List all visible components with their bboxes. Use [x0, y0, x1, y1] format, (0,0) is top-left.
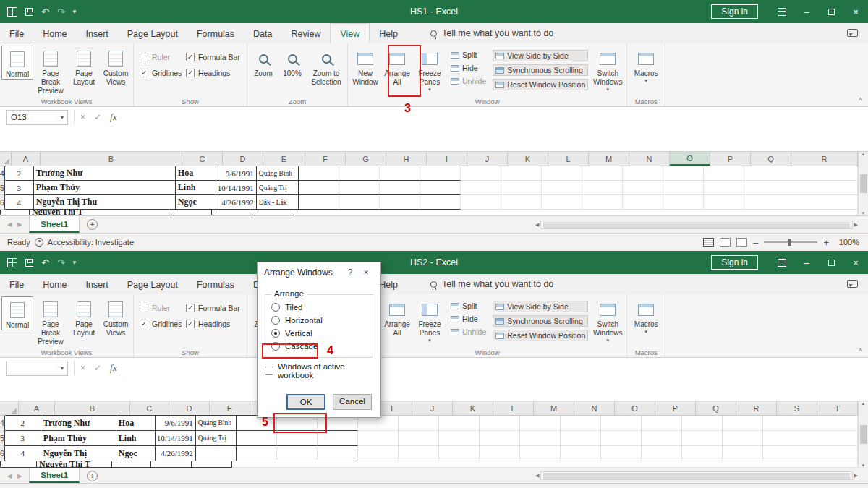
column-header[interactable]: A	[12, 152, 41, 166]
grid-cell[interactable]: Phạm Thủy	[34, 181, 176, 195]
grid-cell[interactable]	[520, 431, 561, 446]
column-header-selected[interactable]: O	[670, 152, 710, 166]
excel-app-icon[interactable]	[7, 7, 17, 17]
tab-home[interactable]: Home	[33, 23, 76, 43]
scroll-up-icon[interactable]: ▲	[861, 401, 866, 406]
grid-cell[interactable]	[623, 195, 663, 210]
formula-input[interactable]	[125, 361, 865, 376]
grid-cell[interactable]	[151, 461, 192, 468]
view-side-by-side-button[interactable]: View Side by Side	[493, 50, 588, 61]
radio-cascade[interactable]: Cascade	[271, 340, 367, 353]
dialog-title-bar[interactable]: Arrange Windows ? ×	[258, 262, 380, 283]
grid-cell[interactable]	[723, 431, 763, 446]
scroll-right-icon[interactable]: ▶	[854, 473, 858, 479]
row-header[interactable]: 4	[0, 416, 5, 431]
grid-cell[interactable]: Quảng Trị	[196, 431, 237, 446]
grid-cell[interactable]: Quảng Trị	[257, 181, 299, 195]
tab-data[interactable]: Data	[244, 23, 281, 43]
page-break-view-toggle-icon[interactable]	[736, 238, 747, 247]
grid-cell[interactable]	[744, 166, 858, 181]
grid-cell[interactable]	[723, 446, 763, 461]
formula-bar-checkbox[interactable]: Formula Bar	[186, 304, 241, 312]
tab-file[interactable]: File	[0, 23, 33, 43]
grid-cell[interactable]	[399, 431, 439, 446]
redo-icon[interactable]: ↷	[57, 258, 65, 267]
new-sheet-button[interactable]: +	[87, 219, 98, 230]
name-box-dropdown-icon[interactable]: ▼	[56, 115, 67, 120]
macros-button[interactable]: Macros ▾	[629, 46, 663, 84]
select-all-corner[interactable]	[0, 401, 19, 415]
column-header[interactable]: L	[548, 152, 589, 166]
page-layout-view-button[interactable]: Page Layout	[68, 46, 100, 87]
grid-cell[interactable]: Trương Như	[34, 166, 176, 181]
grid-cell[interactable]	[237, 431, 277, 446]
sheet-nav-prev-icon[interactable]: ◀	[7, 221, 12, 228]
column-header[interactable]: R	[736, 401, 777, 415]
macros-button[interactable]: Macros ▾	[629, 296, 663, 335]
grid-cell[interactable]: 9/6/1991	[156, 415, 196, 431]
grid-cell[interactable]	[480, 446, 520, 461]
grid-cell[interactable]	[318, 431, 358, 446]
tab-page-layout[interactable]: Page Layout	[118, 274, 187, 294]
row-header[interactable]: 5	[0, 431, 5, 446]
grid-cell[interactable]	[763, 416, 858, 431]
scroll-left-icon[interactable]: ◀	[535, 222, 539, 228]
grid-cell[interactable]	[339, 181, 380, 195]
collapse-ribbon-icon[interactable]: ^	[859, 348, 862, 356]
unhide-button[interactable]: Unhide	[448, 76, 488, 86]
column-header[interactable]: P	[710, 152, 751, 166]
custom-views-button[interactable]: Custom Views	[100, 296, 132, 338]
tab-review[interactable]: Review	[281, 23, 330, 43]
grid-cell[interactable]	[112, 461, 151, 468]
grid-cell[interactable]: 10/14/1991	[216, 181, 257, 195]
grid-cell[interactable]	[663, 181, 704, 195]
grid-cell[interactable]	[642, 446, 682, 461]
tab-insert[interactable]: Insert	[77, 23, 118, 43]
column-header[interactable]: G	[346, 152, 386, 166]
headings-checkbox[interactable]: Headings	[186, 69, 241, 77]
column-header[interactable]: A	[19, 401, 55, 415]
sign-in-button[interactable]: Sign in	[711, 4, 758, 19]
zoom-100-button[interactable]: 100%	[278, 46, 307, 78]
page-layout-view-toggle-icon[interactable]	[720, 238, 731, 247]
grid-cell[interactable]: Linh	[116, 431, 156, 446]
grid-cell[interactable]	[277, 446, 318, 461]
column-header[interactable]: D	[169, 401, 210, 415]
cancel-entry-icon[interactable]: ×	[80, 363, 85, 373]
qat-customize-icon[interactable]: ▾	[73, 9, 77, 15]
column-header[interactable]: R	[791, 152, 858, 166]
grid-cell[interactable]	[339, 166, 380, 181]
confirm-entry-icon[interactable]: ✓	[94, 112, 101, 122]
vertical-scroll-thumb[interactable]	[860, 174, 867, 193]
grid-cell[interactable]	[252, 210, 294, 215]
grid-cell[interactable]: Nguyễn Thị T	[37, 461, 112, 468]
cancel-button[interactable]: Cancel	[333, 394, 372, 410]
grid-cell[interactable]	[461, 181, 501, 195]
grid-cell[interactable]	[704, 181, 744, 195]
horizontal-scrollbar[interactable]: ◀ ▶	[535, 468, 868, 483]
column-header[interactable]: O	[615, 401, 655, 415]
column-header[interactable]: L	[493, 401, 534, 415]
grid-cell[interactable]	[744, 181, 858, 195]
ruler-checkbox[interactable]: Ruler	[140, 304, 177, 312]
select-all-corner[interactable]	[0, 152, 12, 166]
undo-icon[interactable]: ↶	[41, 7, 49, 17]
grid-cell[interactable]	[623, 181, 663, 195]
grid-cell[interactable]	[663, 195, 704, 210]
zoom-to-selection-button[interactable]: Zoom to Selection	[307, 46, 346, 87]
save-icon[interactable]	[25, 8, 33, 16]
grid-cell[interactable]	[212, 210, 252, 215]
zoom-out-icon[interactable]: –	[753, 237, 758, 248]
grid-cell[interactable]	[642, 416, 682, 431]
grid-cell[interactable]	[420, 166, 461, 181]
column-header[interactable]: M	[589, 152, 629, 166]
tab-view[interactable]: View	[330, 23, 370, 43]
column-header[interactable]: J	[412, 401, 453, 415]
grid-cell[interactable]	[399, 416, 439, 431]
undo-icon[interactable]: ↶	[41, 258, 49, 267]
grid-cell[interactable]	[277, 431, 318, 446]
formula-bar-checkbox[interactable]: Formula Bar	[186, 53, 241, 61]
grid-cell[interactable]: 2	[5, 415, 41, 431]
grid-cell[interactable]	[1, 461, 37, 468]
grid-cell[interactable]	[380, 195, 420, 210]
